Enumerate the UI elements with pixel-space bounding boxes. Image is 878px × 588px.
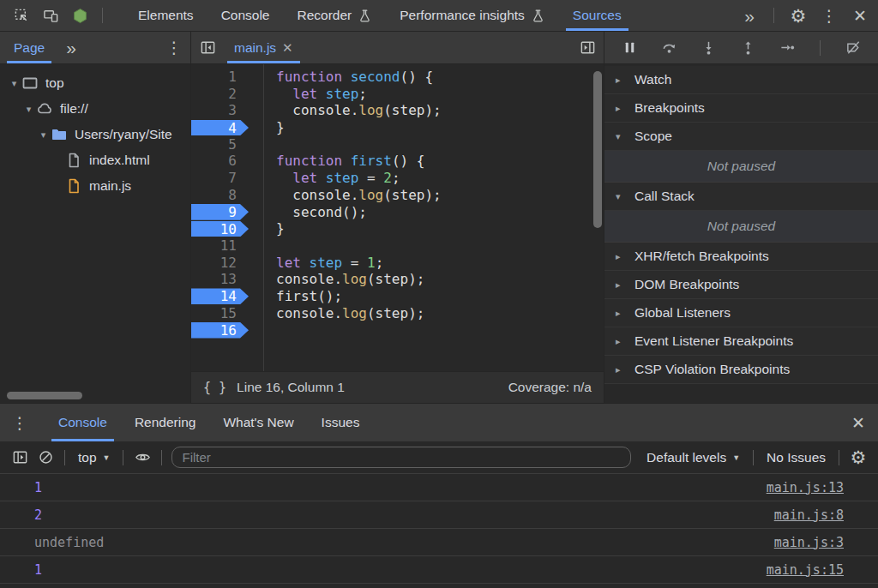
line-content[interactable]: let step = 2; (263, 170, 400, 187)
issues-counter[interactable]: No Issues (760, 450, 833, 465)
hide-navigator-icon[interactable] (195, 36, 220, 60)
tab-elements[interactable]: Elements (124, 0, 207, 31)
tab-sources[interactable]: Sources (559, 0, 635, 31)
source-link[interactable]: main.js:13 (767, 480, 844, 495)
line-number[interactable]: 2 (228, 86, 237, 103)
drawer-tab-what-s-new[interactable]: What's New (209, 404, 307, 441)
line-content[interactable]: function second() { (263, 69, 433, 86)
source-link[interactable]: main.js:15 (767, 562, 844, 578)
line-content[interactable]: let step; (263, 86, 367, 103)
live-expression-eye-icon[interactable] (129, 446, 155, 470)
close-tab-icon[interactable]: ✕ (282, 41, 293, 54)
filter-input[interactable] (171, 447, 631, 468)
inspect-element-icon[interactable] (9, 3, 34, 27)
breakpoint-marker[interactable]: 9 (191, 204, 249, 220)
line-gutter[interactable]: 13 (191, 271, 263, 288)
main-menu-icon[interactable]: ⋮ (816, 3, 842, 27)
step-icon[interactable] (774, 36, 800, 60)
pause-script-icon[interactable] (616, 36, 642, 60)
tree-item-top[interactable]: ▾top (0, 70, 190, 96)
node-icon[interactable] (67, 3, 93, 27)
tree-expand-arrow[interactable]: ▾ (7, 78, 21, 89)
editor-tab-mainjs[interactable]: main.js ✕ (220, 32, 307, 63)
line-gutter[interactable]: 10 (191, 220, 263, 237)
line-content[interactable]: console.log(step); (263, 271, 424, 288)
line-gutter[interactable]: 2 (191, 86, 263, 103)
breakpoint-marker[interactable]: 14 (191, 288, 249, 304)
drawer-tab-console[interactable]: Console (45, 404, 121, 441)
breakpoint-marker[interactable]: 4 (191, 120, 249, 136)
tree-item-index-html[interactable]: index.html (0, 147, 190, 173)
section-dom-breakpoints[interactable]: ▸DOM Breakpoints (604, 271, 878, 299)
code-editor[interactable]: 1function second() {2 let step;3 console… (191, 64, 604, 371)
drawer-tab-issues[interactable]: Issues (308, 404, 374, 441)
tree-item-main-js[interactable]: main.js (0, 173, 190, 199)
line-gutter[interactable]: 1 (191, 69, 263, 86)
section-watch[interactable]: ▸Watch (604, 66, 878, 94)
execution-context-dropdown[interactable]: top ▼ (71, 450, 117, 465)
tab-performance-insights[interactable]: Performance insights (386, 0, 559, 31)
section-event-listener-breakpoints[interactable]: ▸Event Listener Breakpoints (604, 327, 878, 356)
line-gutter[interactable]: 16 (191, 321, 263, 339)
deactivate-breakpoints-icon[interactable] (840, 36, 866, 60)
line-content[interactable]: console.log(step); (263, 187, 442, 204)
line-number[interactable]: 7 (228, 170, 237, 187)
line-gutter[interactable]: 7 (191, 170, 263, 187)
line-gutter[interactable]: 11 (191, 237, 263, 255)
show-debugger-sidebar-icon[interactable] (574, 36, 600, 60)
line-gutter[interactable]: 8 (191, 187, 263, 204)
log-levels-dropdown[interactable]: Default levels ▼ (640, 450, 747, 465)
line-content[interactable]: console.log(step); (263, 305, 424, 322)
section-scope[interactable]: ▾Scope (604, 123, 878, 151)
console-sidebar-icon[interactable] (7, 446, 33, 470)
line-content[interactable]: function first() { (263, 153, 424, 170)
vertical-scrollbar[interactable] (593, 71, 602, 228)
line-number[interactable]: 8 (228, 187, 237, 204)
more-tabs-icon[interactable]: » (58, 36, 84, 60)
line-content[interactable]: first(); (263, 288, 342, 305)
line-number[interactable]: 12 (220, 255, 237, 272)
console-settings-gear-icon[interactable]: ⚙ (845, 446, 871, 470)
tree-expand-arrow[interactable]: ▾ (21, 104, 36, 115)
line-gutter[interactable]: 12 (191, 255, 263, 272)
source-link[interactable]: main.js:8 (774, 507, 844, 523)
tab-recorder[interactable]: Recorder (284, 0, 387, 31)
section-breakpoints[interactable]: ▸Breakpoints (604, 94, 878, 123)
device-toolbar-icon[interactable] (38, 3, 63, 27)
line-number[interactable]: 11 (220, 237, 237, 255)
line-gutter[interactable]: 15 (191, 305, 263, 322)
line-number[interactable]: 5 (228, 136, 237, 153)
line-gutter[interactable]: 3 (191, 102, 263, 119)
section-csp-violation-breakpoints[interactable]: ▸CSP Violation Breakpoints (604, 356, 878, 384)
line-gutter[interactable]: 6 (191, 153, 263, 170)
line-content[interactable]: let step = 1; (263, 255, 383, 272)
breakpoint-marker[interactable]: 16 (191, 322, 249, 339)
drawer-tab-rendering[interactable]: Rendering (121, 404, 210, 441)
line-number[interactable]: 6 (228, 153, 237, 170)
section-call-stack[interactable]: ▾Call Stack (604, 183, 878, 211)
line-number[interactable]: 1 (228, 69, 237, 86)
close-drawer-icon[interactable]: ✕ (845, 411, 871, 435)
tab-page[interactable]: Page (0, 32, 58, 63)
line-content[interactable]: } (263, 119, 285, 136)
settings-gear-icon[interactable]: ⚙ (785, 3, 811, 27)
line-gutter[interactable]: 4 (191, 119, 263, 136)
section-xhr-fetch-breakpoints[interactable]: ▸XHR/fetch Breakpoints (604, 243, 878, 271)
navigator-menu-icon[interactable]: ⋮ (161, 36, 187, 60)
tree-item-users-ryany-site[interactable]: ▾Users/ryany/Site (0, 122, 190, 147)
clear-console-icon[interactable] (33, 446, 58, 470)
horizontal-scrollbar[interactable] (7, 392, 82, 399)
step-out-icon[interactable] (735, 36, 761, 60)
line-gutter[interactable]: 14 (191, 288, 263, 305)
close-devtools-icon[interactable]: ✕ (847, 3, 873, 27)
pretty-print-icon[interactable]: { } (203, 380, 226, 395)
source-link[interactable]: main.js:3 (774, 535, 844, 550)
line-content[interactable]: } (263, 220, 285, 237)
line-number[interactable]: 13 (220, 271, 237, 288)
tab-console[interactable]: Console (207, 0, 284, 31)
line-gutter[interactable]: 5 (191, 136, 263, 153)
step-over-icon[interactable] (656, 36, 682, 60)
line-content[interactable] (263, 136, 276, 153)
more-tabs-icon[interactable]: » (737, 3, 762, 27)
line-number[interactable]: 15 (220, 305, 237, 322)
